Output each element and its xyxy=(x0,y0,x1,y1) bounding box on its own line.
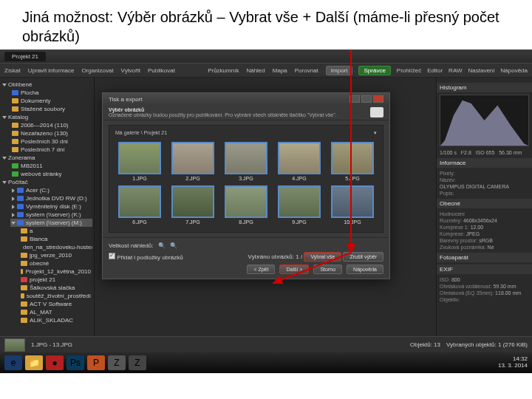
taskbar-explorer-icon[interactable]: 📁 xyxy=(25,355,43,370)
menu-upravit[interactable]: Upravit informace xyxy=(28,67,75,74)
zoom-out-icon[interactable]: 🔍 xyxy=(158,242,166,249)
sidebar-item[interactable]: Posledních 30 dní xyxy=(10,137,92,146)
sidebar-item[interactable]: Plocha xyxy=(10,89,92,97)
sidebar-item[interactable]: webové stránky xyxy=(10,170,92,178)
thumbnail[interactable]: 10.JPG xyxy=(328,185,377,225)
sidebar-folder[interactable]: a xyxy=(19,227,92,235)
sidebar-drive[interactable]: system (\\server) (K:) xyxy=(10,211,92,219)
sidebar-computer[interactable]: Počítač xyxy=(1,178,92,186)
exif-header: EXIF xyxy=(437,265,532,274)
tab-prohlizec[interactable]: Prohlížeč xyxy=(397,67,421,74)
taskbar-zoner-icon[interactable]: Z xyxy=(108,355,126,370)
mode-import[interactable]: Import xyxy=(326,66,353,75)
close-button[interactable] xyxy=(373,95,383,103)
sidebar-item[interactable]: Nezařazeno (130) xyxy=(10,129,92,137)
menu-publikovat[interactable]: Publikovat xyxy=(148,67,175,74)
histogram-header: Histogram xyxy=(437,83,532,92)
sidebar-folder[interactable]: jpg_verze_2010 xyxy=(19,251,92,259)
thumbnail[interactable]: 9.JPG xyxy=(275,185,324,225)
sidebar-folder[interactable]: Bianca xyxy=(19,235,92,243)
thumbnail[interactable]: 2.JPG xyxy=(168,142,217,181)
project-tab[interactable]: Projekt 21 xyxy=(4,52,46,61)
tab-raw[interactable]: RAW xyxy=(449,67,462,74)
thumbnail[interactable]: 4.JPG xyxy=(275,142,324,181)
sidebar-folder[interactable]: soutěž_životní_prostředí xyxy=(19,292,92,300)
histogram-graph xyxy=(440,95,529,146)
deselect-button[interactable]: Zrušit výběr xyxy=(343,252,383,262)
settings-button[interactable]: Nastavení xyxy=(468,67,494,74)
menu-vytvorit[interactable]: Vytvořit xyxy=(121,67,140,74)
sidebar-drive[interactable]: Vyměnitelný disk (E:) xyxy=(10,202,92,211)
sidebar-folder[interactable]: Šálkovská slačka xyxy=(19,284,92,292)
sidebar-item[interactable]: Posledních 7 dní xyxy=(10,146,92,154)
sidebar-item[interactable]: 2006—2014 (110) xyxy=(10,121,92,129)
taskbar-zoner2-icon[interactable]: Z xyxy=(129,355,146,370)
thumbnail[interactable]: 7.JPG xyxy=(168,185,217,225)
include-subfolders-label: Přidat i podložky obrázků xyxy=(117,254,183,261)
status-preview xyxy=(4,338,25,352)
taskbar-powerpoint-icon[interactable]: P xyxy=(87,355,105,370)
thumbnail[interactable]: 8.JPG xyxy=(222,185,270,225)
sidebar-catalog[interactable]: Katalog xyxy=(1,113,92,121)
mode-spravce[interactable]: Správce xyxy=(358,66,390,75)
select-all-button[interactable]: Vybrat vše xyxy=(304,252,341,262)
tab-porovnat[interactable]: Porovnat xyxy=(295,67,318,74)
sidebar-favorites[interactable]: Oblíbené xyxy=(1,81,92,89)
next-button[interactable]: Další > xyxy=(279,265,309,274)
back-button[interactable]: < Zpět xyxy=(247,265,275,274)
sidebar-folder[interactable]: obecné xyxy=(19,259,92,267)
sidebar-drive[interactable]: Acer (C:) xyxy=(10,186,92,194)
dialog-title: Tisk a export xyxy=(109,96,143,103)
sidebar-folder[interactable]: projekt 21 xyxy=(19,276,92,284)
menu-organizovat[interactable]: Organizovat xyxy=(81,67,113,74)
sidebar-item[interactable]: Stažené soubory xyxy=(10,105,92,113)
tab-nahled[interactable]: Náhled xyxy=(246,67,265,74)
app-titlebar: Projekt 21 xyxy=(0,50,532,63)
thumb-size-label: Velikost náhledů: xyxy=(109,242,154,249)
help-dialog-button[interactable]: Nápověda xyxy=(347,265,383,274)
sidebar-zonerama[interactable]: Zonerama xyxy=(1,154,92,162)
sidebar-folder[interactable]: den_na_stredoveku-hostec_13_6_2013 xyxy=(19,243,92,251)
sidebar-drive-selected[interactable]: system (\\server) (M:) xyxy=(10,219,92,227)
minimize-button[interactable] xyxy=(349,95,360,103)
app-toolbar: Získat Upravit informace Organizovat Vyt… xyxy=(0,63,532,78)
thumbnail[interactable]: 5.JPG xyxy=(328,142,377,181)
general-header: Obecné xyxy=(437,199,532,208)
zoom-in-icon[interactable]: 🔍 xyxy=(170,242,177,249)
menu-ziskat[interactable]: Získat xyxy=(4,67,21,74)
select-images-dialog: Tisk a export Výběr obrázků Označené obr… xyxy=(102,92,390,279)
thumbnail[interactable]: 3.JPG xyxy=(222,142,270,181)
info-header: Informace xyxy=(437,158,532,168)
printer-icon xyxy=(370,107,383,117)
sidebar-folder[interactable]: Projekt_12_května_2010 xyxy=(19,267,92,276)
include-subfolders-checkbox[interactable] xyxy=(109,253,115,259)
tab-pruzkumnik[interactable]: Průzkumník xyxy=(208,67,239,74)
taskbar-clock[interactable]: 14:32 13. 3. 2014 xyxy=(498,356,528,369)
help-button[interactable]: Nápověda xyxy=(501,67,528,74)
dialog-subtitle: Výběr obrázků xyxy=(109,107,337,112)
tab-mapa[interactable]: Mapa xyxy=(273,67,287,74)
taskbar-ie-icon[interactable]: e xyxy=(4,355,22,370)
sidebar-folder[interactable]: AL_MAT xyxy=(19,308,92,316)
gallery-path: Má galerie \ Projekt 21 xyxy=(115,130,167,136)
panel-menu-icon[interactable]: ▾ xyxy=(374,130,377,136)
cancel-button[interactable]: Storno xyxy=(313,265,342,274)
maximize-button[interactable] xyxy=(361,95,372,103)
thumbnail[interactable]: 1.JPG xyxy=(115,142,164,181)
thumbnail-grid: 1.JPG 2.JPG 3.JPG 4.JPG 5.JPG 6.JPG 7.JP… xyxy=(112,137,380,229)
sidebar-folder[interactable]: ACT V Software xyxy=(19,300,92,308)
tab-editor[interactable]: Editor xyxy=(427,67,443,74)
taskbar-app-icon[interactable]: ● xyxy=(46,355,64,370)
windows-taskbar: e 📁 ● Ps P Z Z 14:32 13. 3. 2014 xyxy=(0,352,532,373)
sidebar-folder[interactable]: ALIK_SKLADAC xyxy=(19,316,92,324)
app-window: Projekt 21 Získat Upravit informace Orga… xyxy=(0,50,532,352)
taskbar-photoshop-icon[interactable]: Ps xyxy=(66,355,84,370)
camera-header: Fotoaparát xyxy=(437,253,532,262)
selected-count-label: Vybráno obrázků: xyxy=(248,253,294,260)
sidebar-drive[interactable]: Jednotka DVD RW (D:) xyxy=(10,194,92,202)
status-selected: Vybraných objektů: 1 (276 KiB) xyxy=(446,341,528,348)
sidebar-item[interactable]: Dokumenty xyxy=(10,97,92,105)
sidebar-item[interactable]: MB2011 xyxy=(10,162,92,170)
thumbnail[interactable]: 6.JPG xyxy=(115,185,164,225)
dialog-hint: Označené obrázky budou použity pro publi… xyxy=(109,112,337,117)
